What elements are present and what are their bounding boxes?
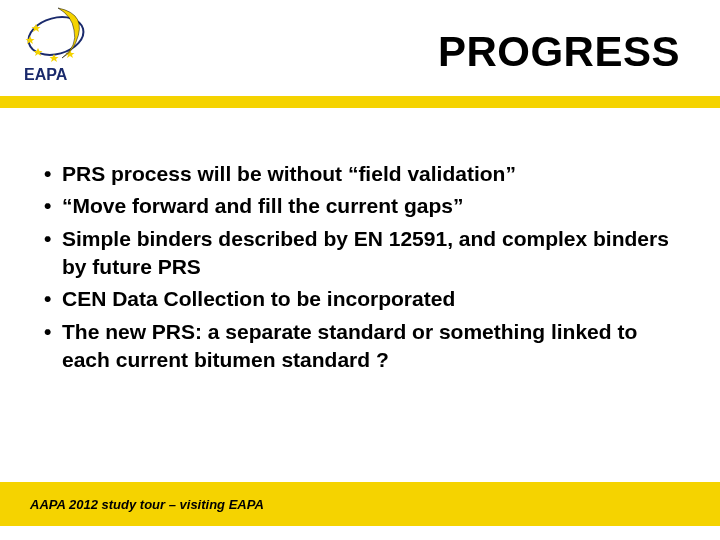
list-item: CEN Data Collection to be incorporated: [40, 285, 680, 313]
slide: EAPA PROGRESS PRS process will be withou…: [0, 0, 720, 540]
list-item: “Move forward and fill the current gaps”: [40, 192, 680, 220]
footer-bar: AAPA 2012 study tour – visiting EAPA: [0, 482, 720, 526]
logo-text: EAPA: [24, 66, 68, 83]
svg-marker-3: [34, 48, 43, 56]
slide-content: PRS process will be without “field valid…: [40, 160, 680, 378]
slide-header: EAPA PROGRESS: [0, 0, 720, 100]
list-item: Simple binders described by EN 12591, an…: [40, 225, 680, 282]
list-item: The new PRS: a separate standard or some…: [40, 318, 680, 375]
footer-text: AAPA 2012 study tour – visiting EAPA: [0, 497, 264, 512]
list-item: PRS process will be without “field valid…: [40, 160, 680, 188]
svg-marker-2: [26, 36, 35, 44]
slide-title: PROGRESS: [438, 28, 680, 76]
bullet-list: PRS process will be without “field valid…: [40, 160, 680, 374]
header-stripe: [0, 96, 720, 108]
eapa-logo: EAPA: [18, 6, 118, 86]
